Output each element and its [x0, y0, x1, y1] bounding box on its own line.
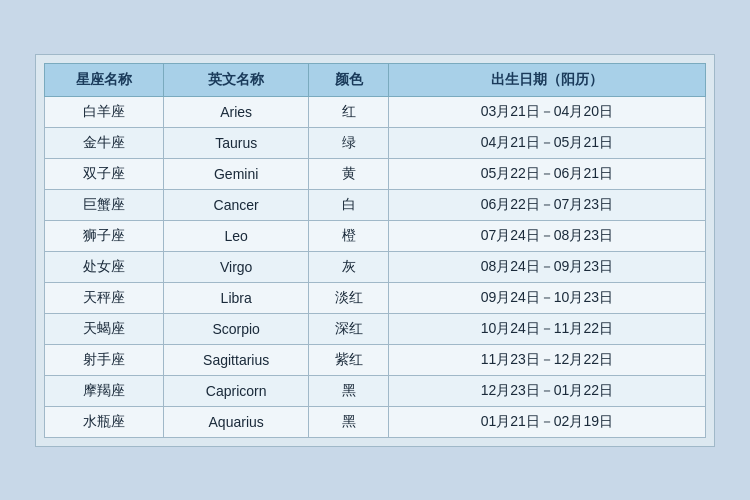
cell-chinese: 摩羯座: [45, 375, 164, 406]
cell-color: 淡红: [309, 282, 388, 313]
table-row: 射手座Sagittarius紫红11月23日－12月22日: [45, 344, 706, 375]
cell-english: Virgo: [163, 251, 308, 282]
cell-chinese: 金牛座: [45, 127, 164, 158]
cell-color: 深红: [309, 313, 388, 344]
cell-date: 08月24日－09月23日: [388, 251, 705, 282]
cell-chinese: 射手座: [45, 344, 164, 375]
table-row: 摩羯座Capricorn黑12月23日－01月22日: [45, 375, 706, 406]
table-row: 白羊座Aries红03月21日－04月20日: [45, 96, 706, 127]
cell-english: Aquarius: [163, 406, 308, 437]
cell-chinese: 处女座: [45, 251, 164, 282]
table-row: 巨蟹座Cancer白06月22日－07月23日: [45, 189, 706, 220]
cell-english: Leo: [163, 220, 308, 251]
table-header-row: 星座名称 英文名称 颜色 出生日期（阳历）: [45, 63, 706, 96]
cell-color: 黄: [309, 158, 388, 189]
cell-chinese: 水瓶座: [45, 406, 164, 437]
cell-chinese: 狮子座: [45, 220, 164, 251]
table-row: 天蝎座Scorpio深红10月24日－11月22日: [45, 313, 706, 344]
header-date: 出生日期（阳历）: [388, 63, 705, 96]
table-row: 处女座Virgo灰08月24日－09月23日: [45, 251, 706, 282]
cell-date: 04月21日－05月21日: [388, 127, 705, 158]
cell-color: 紫红: [309, 344, 388, 375]
cell-color: 黑: [309, 406, 388, 437]
table-row: 天秤座Libra淡红09月24日－10月23日: [45, 282, 706, 313]
cell-date: 05月22日－06月21日: [388, 158, 705, 189]
header-english: 英文名称: [163, 63, 308, 96]
table-row: 双子座Gemini黄05月22日－06月21日: [45, 158, 706, 189]
cell-date: 06月22日－07月23日: [388, 189, 705, 220]
cell-color: 灰: [309, 251, 388, 282]
cell-date: 10月24日－11月22日: [388, 313, 705, 344]
cell-english: Gemini: [163, 158, 308, 189]
cell-date: 07月24日－08月23日: [388, 220, 705, 251]
cell-chinese: 天蝎座: [45, 313, 164, 344]
header-color: 颜色: [309, 63, 388, 96]
table-row: 金牛座Taurus绿04月21日－05月21日: [45, 127, 706, 158]
cell-english: Cancer: [163, 189, 308, 220]
cell-english: Taurus: [163, 127, 308, 158]
cell-chinese: 双子座: [45, 158, 164, 189]
cell-english: Libra: [163, 282, 308, 313]
cell-english: Sagittarius: [163, 344, 308, 375]
cell-date: 12月23日－01月22日: [388, 375, 705, 406]
cell-chinese: 白羊座: [45, 96, 164, 127]
cell-color: 白: [309, 189, 388, 220]
cell-date: 03月21日－04月20日: [388, 96, 705, 127]
zodiac-table-container: 星座名称 英文名称 颜色 出生日期（阳历） 白羊座Aries红03月21日－04…: [35, 54, 715, 447]
cell-english: Capricorn: [163, 375, 308, 406]
header-chinese: 星座名称: [45, 63, 164, 96]
cell-english: Aries: [163, 96, 308, 127]
cell-color: 橙: [309, 220, 388, 251]
cell-color: 红: [309, 96, 388, 127]
cell-date: 01月21日－02月19日: [388, 406, 705, 437]
cell-color: 黑: [309, 375, 388, 406]
cell-english: Scorpio: [163, 313, 308, 344]
table-row: 狮子座Leo橙07月24日－08月23日: [45, 220, 706, 251]
table-row: 水瓶座Aquarius黑01月21日－02月19日: [45, 406, 706, 437]
cell-chinese: 巨蟹座: [45, 189, 164, 220]
cell-date: 11月23日－12月22日: [388, 344, 705, 375]
cell-color: 绿: [309, 127, 388, 158]
cell-date: 09月24日－10月23日: [388, 282, 705, 313]
zodiac-table: 星座名称 英文名称 颜色 出生日期（阳历） 白羊座Aries红03月21日－04…: [44, 63, 706, 438]
cell-chinese: 天秤座: [45, 282, 164, 313]
